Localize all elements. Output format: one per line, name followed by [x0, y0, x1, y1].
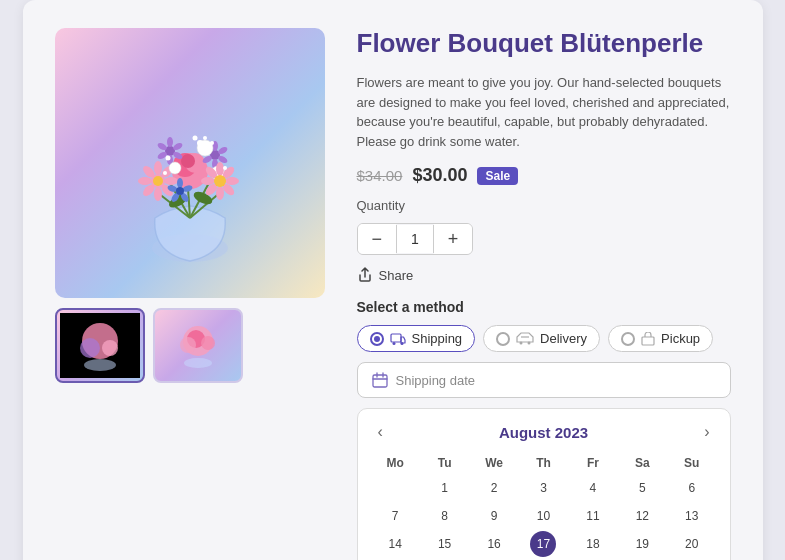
calendar-day[interactable]: 9	[481, 503, 507, 529]
method-delivery-button[interactable]: Delivery	[483, 325, 600, 352]
calendar-day-header: Su	[668, 453, 715, 473]
calendar-day-header: Sa	[619, 453, 666, 473]
svg-point-19	[138, 177, 152, 185]
shipping-radio	[370, 332, 384, 346]
method-shipping-button[interactable]: Shipping	[357, 325, 476, 352]
calendar-day-header: We	[470, 453, 517, 473]
thumbnail-list	[55, 308, 325, 383]
main-product-image	[55, 28, 325, 298]
svg-point-39	[216, 162, 224, 176]
svg-point-59	[210, 141, 214, 145]
calendar-day[interactable]: 19	[629, 531, 655, 557]
svg-point-47	[214, 175, 226, 187]
svg-point-69	[201, 336, 215, 350]
calendar-empty-day	[382, 475, 408, 501]
product-page: Flower Bouquet Blütenperle Flowers are m…	[23, 0, 763, 560]
svg-point-15	[164, 177, 178, 185]
calendar-day[interactable]: 18	[580, 531, 606, 557]
calendar-day[interactable]: 1	[432, 475, 458, 501]
svg-rect-76	[642, 337, 654, 345]
svg-point-65	[84, 359, 116, 371]
calendar-header: ‹ August 2023 ›	[372, 421, 716, 443]
calendar-day[interactable]: 11	[580, 503, 606, 529]
quantity-value: 1	[396, 225, 434, 253]
original-price: $34.00	[357, 167, 403, 184]
delivery-radio	[496, 332, 510, 346]
svg-point-13	[154, 161, 162, 175]
share-button[interactable]: Share	[357, 265, 731, 285]
calendar-month-title: August 2023	[499, 424, 588, 441]
pickup-radio	[621, 332, 635, 346]
svg-point-17	[154, 187, 162, 201]
svg-point-54	[197, 140, 203, 146]
shipping-date-input[interactable]: Shipping date	[357, 362, 731, 398]
image-column	[55, 28, 325, 560]
calendar-day[interactable]: 5	[629, 475, 655, 501]
method-label: Select a method	[357, 299, 731, 315]
calendar-day[interactable]: 10	[530, 503, 556, 529]
calendar-day-header: Mo	[372, 453, 419, 473]
calendar-day[interactable]: 20	[679, 531, 705, 557]
svg-point-74	[520, 341, 523, 344]
svg-point-21	[153, 176, 163, 186]
pickup-label: Pickup	[661, 331, 700, 346]
svg-point-63	[80, 338, 100, 358]
svg-point-53	[176, 187, 184, 195]
method-buttons: Shipping Delivery Pickup	[357, 325, 731, 352]
svg-rect-71	[391, 334, 401, 342]
calendar-day[interactable]: 8	[432, 503, 458, 529]
calendar-day[interactable]: 4	[580, 475, 606, 501]
calendar-day[interactable]: 13	[679, 503, 705, 529]
calendar-day[interactable]: 17	[530, 531, 556, 557]
thumbnail-2[interactable]	[153, 308, 243, 383]
quantity-control: − 1 +	[357, 223, 474, 255]
product-description: Flowers are meant to give you joy. Our h…	[357, 73, 731, 151]
calendar-day[interactable]: 3	[530, 475, 556, 501]
quantity-decrease-button[interactable]: −	[358, 224, 397, 254]
calendar-prev-button[interactable]: ‹	[372, 421, 389, 443]
share-label: Share	[379, 268, 414, 283]
svg-point-41	[225, 177, 239, 185]
calendar-day-header: Tu	[421, 453, 468, 473]
share-icon	[357, 267, 373, 283]
svg-point-75	[528, 341, 531, 344]
calendar-day[interactable]: 15	[432, 531, 458, 557]
product-title: Flower Bouquet Blütenperle	[357, 28, 731, 59]
svg-point-48	[177, 178, 183, 188]
delivery-label: Delivery	[540, 331, 587, 346]
svg-point-70	[184, 358, 212, 368]
calendar-next-button[interactable]: ›	[698, 421, 715, 443]
calendar-day[interactable]: 14	[382, 531, 408, 557]
svg-point-23	[167, 137, 173, 147]
method-pickup-button[interactable]: Pickup	[608, 325, 713, 352]
calendar-day-header: Fr	[569, 453, 616, 473]
price-row: $34.00 $30.00 Sale	[357, 165, 731, 186]
svg-point-57	[163, 171, 167, 175]
svg-point-72	[392, 342, 395, 345]
svg-point-45	[201, 177, 215, 185]
pickup-icon	[641, 332, 655, 346]
svg-point-64	[102, 340, 118, 356]
calendar-day[interactable]: 12	[629, 503, 655, 529]
calendar-day-header: Th	[520, 453, 567, 473]
svg-point-56	[192, 136, 197, 141]
calendar-day[interactable]: 16	[481, 531, 507, 557]
svg-point-11	[181, 154, 195, 168]
calendar-day[interactable]: 7	[382, 503, 408, 529]
sale-price: $30.00	[412, 165, 467, 186]
quantity-increase-button[interactable]: +	[434, 224, 473, 254]
delivery-icon	[516, 332, 534, 346]
svg-point-58	[223, 166, 227, 170]
svg-point-68	[180, 337, 196, 353]
thumbnail-1[interactable]	[55, 308, 145, 383]
shipping-date-placeholder: Shipping date	[396, 373, 476, 388]
calendar-day[interactable]: 6	[679, 475, 705, 501]
svg-point-60	[165, 156, 170, 161]
svg-point-37	[169, 162, 181, 174]
sale-badge: Sale	[477, 167, 518, 185]
svg-point-43	[216, 186, 224, 200]
shipping-icon	[390, 332, 406, 346]
svg-point-55	[203, 136, 207, 140]
shipping-label: Shipping	[412, 331, 463, 346]
calendar-day[interactable]: 2	[481, 475, 507, 501]
